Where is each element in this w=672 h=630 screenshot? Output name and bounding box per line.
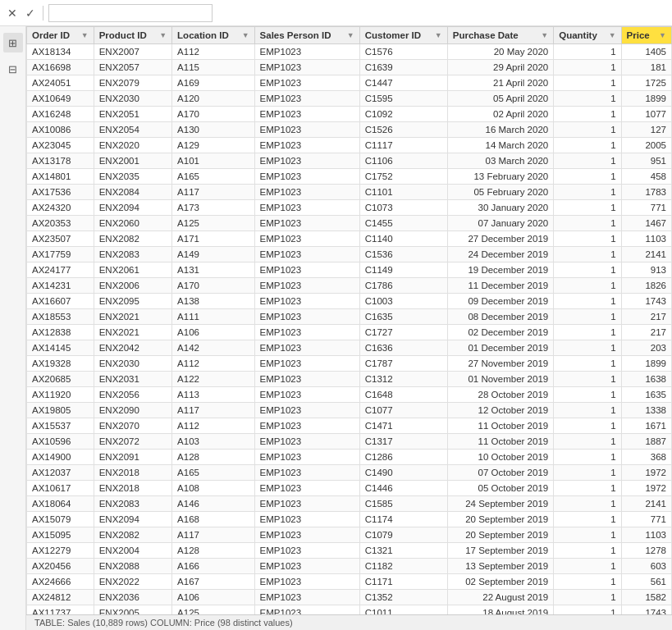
- table-row[interactable]: AX18553ENX2021A111EMP1023C163508 Decembe…: [27, 309, 672, 325]
- table-row[interactable]: AX23507ENX2082A171EMP1023C114027 Decembe…: [27, 231, 672, 247]
- table-container[interactable]: Order ID▼Product ID▼Location ID▼Sales Pe…: [26, 26, 672, 614]
- table-row[interactable]: AX24320ENX2094A173EMP1023C107330 January…: [27, 200, 672, 216]
- table-row[interactable]: AX12037ENX2018A165EMP1023C149007 October…: [27, 465, 672, 481]
- cell-quantity: 1: [554, 434, 621, 450]
- cell-price: 217: [621, 309, 671, 325]
- cell-customer_id: C1073: [359, 200, 447, 216]
- table-row[interactable]: AX11737ENX2005A125EMP1023C101118 August …: [27, 605, 672, 615]
- cell-quantity: 1: [554, 262, 621, 278]
- cell-price: 771: [621, 512, 671, 527]
- cell-purchase_date: 29 April 2020: [447, 60, 553, 75]
- cell-location_id: A170: [172, 107, 255, 122]
- cell-location_id: A129: [172, 138, 255, 153]
- cell-quantity: 1: [554, 372, 621, 387]
- table-view-icon[interactable]: ⊞: [3, 33, 23, 52]
- data-view-icon[interactable]: ⊟: [3, 59, 23, 79]
- cell-customer_id: C1585: [359, 496, 447, 512]
- table-row[interactable]: AX23045ENX2020A129EMP1023C111714 March 2…: [27, 138, 672, 153]
- cell-purchase_date: 16 March 2020: [447, 122, 553, 138]
- cell-person_id: EMP1023: [254, 200, 359, 216]
- col-header-price[interactable]: Price▼: [621, 27, 671, 44]
- table-row[interactable]: AX20353ENX2060A125EMP1023C145507 January…: [27, 216, 672, 231]
- cell-order_id: AX14900: [27, 450, 94, 465]
- table-row[interactable]: AX12838ENX2021A106EMP1023C172702 Decembe…: [27, 325, 672, 340]
- table-row[interactable]: AX15095ENX2082A117EMP1023C107920 Septemb…: [27, 527, 672, 543]
- close-button[interactable]: ✕: [5, 6, 20, 21]
- cell-location_id: A130: [172, 122, 255, 138]
- cell-order_id: AX16607: [27, 294, 94, 309]
- table-row[interactable]: AX24666ENX2022A167EMP1023C117102 Septemb…: [27, 574, 672, 590]
- table-row[interactable]: AX14900ENX2091A128EMP1023C128610 October…: [27, 450, 672, 465]
- table-row[interactable]: AX20456ENX2088A166EMP1023C118213 Septemb…: [27, 559, 672, 574]
- cell-location_id: A120: [172, 91, 255, 107]
- cell-order_id: AX24812: [27, 590, 94, 605]
- cell-person_id: EMP1023: [254, 574, 359, 590]
- cell-person_id: EMP1023: [254, 262, 359, 278]
- cell-purchase_date: 03 March 2020: [447, 153, 553, 169]
- cell-person_id: EMP1023: [254, 512, 359, 527]
- app-container: ✕ ✓ ⊞ ⊟ Order ID▼Product ID▼Location ID▼…: [0, 0, 672, 630]
- table-row[interactable]: AX16248ENX2051A170EMP1023C109202 April 2…: [27, 107, 672, 122]
- table-row[interactable]: AX13178ENX2001A101EMP1023C110603 March 2…: [27, 153, 672, 169]
- cell-person_id: EMP1023: [254, 169, 359, 185]
- cell-purchase_date: 07 January 2020: [447, 216, 553, 231]
- table-row[interactable]: AX17536ENX2084A117EMP1023C110105 Februar…: [27, 185, 672, 200]
- col-header-product_id[interactable]: Product ID▼: [94, 27, 171, 44]
- table-row[interactable]: AX10617ENX2018A108EMP1023C144605 October…: [27, 481, 672, 496]
- toolbar: ✕ ✓: [0, 0, 672, 26]
- cell-order_id: AX11737: [27, 605, 94, 615]
- table-row[interactable]: AX14145ENX2042A142EMP1023C163601 Decembe…: [27, 340, 672, 356]
- cell-purchase_date: 11 December 2019: [447, 278, 553, 294]
- cell-location_id: A171: [172, 231, 255, 247]
- table-row[interactable]: AX18134ENX2007A112EMP1023C157620 May 202…: [27, 44, 672, 60]
- cell-quantity: 1: [554, 247, 621, 262]
- table-row[interactable]: AX14801ENX2035A165EMP1023C175213 Februar…: [27, 169, 672, 185]
- table-row[interactable]: AX17759ENX2083A149EMP1023C153624 Decembe…: [27, 247, 672, 262]
- col-header-quantity[interactable]: Quantity▼: [554, 27, 621, 44]
- cell-price: 1338: [621, 403, 671, 418]
- table-row[interactable]: AX10596ENX2072A103EMP1023C131711 October…: [27, 434, 672, 450]
- table-row[interactable]: AX11920ENX2056A113EMP1023C164828 October…: [27, 387, 672, 403]
- cell-customer_id: C1003: [359, 294, 447, 309]
- cell-purchase_date: 20 September 2019: [447, 527, 553, 543]
- table-row[interactable]: AX16607ENX2095A138EMP1023C100309 Decembe…: [27, 294, 672, 309]
- col-header-location_id[interactable]: Location ID▼: [172, 27, 255, 44]
- cell-price: 1725: [621, 75, 671, 91]
- cell-product_id: ENX2051: [94, 107, 171, 122]
- col-header-person_id[interactable]: Sales Person ID▼: [254, 27, 359, 44]
- col-header-purchase_date[interactable]: Purchase Date▼: [447, 27, 553, 44]
- cell-location_id: A106: [172, 325, 255, 340]
- cell-price: 2141: [621, 496, 671, 512]
- cell-customer_id: C1595: [359, 91, 447, 107]
- table-row[interactable]: AX20685ENX2031A122EMP1023C131201 Novembe…: [27, 372, 672, 387]
- table-row[interactable]: AX24177ENX2061A131EMP1023C114919 Decembe…: [27, 262, 672, 278]
- table-row[interactable]: AX16698ENX2057A115EMP1023C163929 April 2…: [27, 60, 672, 75]
- table-row[interactable]: AX19328ENX2030A112EMP1023C178727 Novembe…: [27, 356, 672, 372]
- table-row[interactable]: AX15079ENX2094A168EMP1023C117420 Septemb…: [27, 512, 672, 527]
- table-row[interactable]: AX24051ENX2079A169EMP1023C144721 April 2…: [27, 75, 672, 91]
- col-header-order_id[interactable]: Order ID▼: [27, 27, 94, 44]
- cell-quantity: 1: [554, 294, 621, 309]
- col-header-customer_id[interactable]: Customer ID▼: [359, 27, 447, 44]
- table-row[interactable]: AX24812ENX2036A106EMP1023C135222 August …: [27, 590, 672, 605]
- table-row[interactable]: AX15537ENX2070A112EMP1023C147111 October…: [27, 418, 672, 434]
- cell-location_id: A142: [172, 340, 255, 356]
- table-row[interactable]: AX12279ENX2004A128EMP1023C132117 Septemb…: [27, 543, 672, 559]
- cell-quantity: 1: [554, 216, 621, 231]
- table-row[interactable]: AX10086ENX2054A130EMP1023C152616 March 2…: [27, 122, 672, 138]
- cell-location_id: A125: [172, 605, 255, 615]
- sort-icon-location_id: ▼: [242, 31, 249, 39]
- cell-product_id: ENX2094: [94, 512, 171, 527]
- table-row[interactable]: AX14231ENX2006A170EMP1023C178611 Decembe…: [27, 278, 672, 294]
- cell-order_id: AX12279: [27, 543, 94, 559]
- cell-order_id: AX15079: [27, 512, 94, 527]
- cell-quantity: 1: [554, 574, 621, 590]
- cell-purchase_date: 05 October 2019: [447, 481, 553, 496]
- table-row[interactable]: AX10649ENX2030A120EMP1023C159505 April 2…: [27, 91, 672, 107]
- cell-order_id: AX24320: [27, 200, 94, 216]
- cell-purchase_date: 08 December 2019: [447, 309, 553, 325]
- table-row[interactable]: AX19805ENX2090A117EMP1023C107712 October…: [27, 403, 672, 418]
- table-row[interactable]: AX18064ENX2083A146EMP1023C158524 Septemb…: [27, 496, 672, 512]
- confirm-button[interactable]: ✓: [23, 6, 38, 21]
- search-input[interactable]: [48, 4, 213, 22]
